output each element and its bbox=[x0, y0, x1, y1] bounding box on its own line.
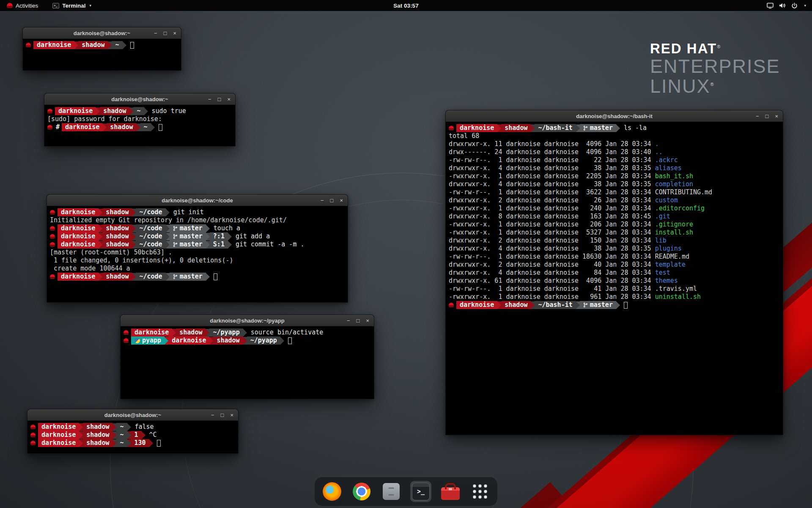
brand-line-enterprise: ENTERPRISE bbox=[650, 57, 780, 77]
terminal-content[interactable]: darknoiseshadow~ bbox=[23, 39, 181, 51]
terminal-window-sudo: darknoise@shadow:~ − □ × darknoiseshadow… bbox=[44, 93, 236, 146]
terminal-content[interactable]: darknoiseshadow~sudo true[sudo] password… bbox=[44, 105, 235, 133]
window-controls: − □ × bbox=[756, 110, 783, 122]
prompt-line: darknoiseshadow~130 bbox=[30, 439, 235, 447]
app-menu-terminal[interactable]: Terminal ▾ bbox=[50, 0, 94, 11]
prompt-segment: darknoise bbox=[58, 232, 99, 240]
segment-separator bbox=[228, 233, 232, 240]
redhat-icon bbox=[47, 109, 52, 113]
close-button[interactable]: × bbox=[173, 28, 176, 39]
dock-firefox[interactable] bbox=[321, 481, 343, 502]
segment-separator bbox=[166, 225, 170, 232]
maximize-button[interactable]: □ bbox=[765, 110, 769, 122]
output-text: [master (root-commit) 50bcb63] . bbox=[50, 248, 172, 257]
root-prefix: # bbox=[56, 123, 60, 131]
brand-line-linux: LINUX® bbox=[650, 77, 780, 97]
output-text: drwxrwxr-x. 4 darknoise darknoise 84 Jan… bbox=[449, 269, 655, 277]
maximize-button[interactable]: □ bbox=[357, 315, 360, 326]
maximize-button[interactable]: □ bbox=[221, 409, 224, 421]
close-button[interactable]: × bbox=[775, 110, 778, 122]
titlebar[interactable]: darknoise@shadow:~/bash-it − □ × bbox=[446, 110, 783, 122]
titlebar[interactable]: darknoise@shadow:~ − □ × bbox=[23, 28, 181, 39]
segment-separator bbox=[576, 124, 580, 132]
output-text: README.md bbox=[655, 253, 689, 261]
segment-separator bbox=[165, 337, 168, 345]
output-text: -rwxrwxr-x. 1 darknoise darknoise 2205 J… bbox=[449, 172, 655, 180]
dock-app-grid[interactable] bbox=[469, 481, 491, 502]
redhat-icon bbox=[123, 338, 129, 343]
maximize-button[interactable]: □ bbox=[218, 94, 221, 105]
maximize-button[interactable]: □ bbox=[330, 195, 334, 206]
chevron-down-icon: ▾ bbox=[90, 3, 92, 8]
prompt-segment: shadow bbox=[83, 439, 112, 447]
prompt-line: darknoiseshadow~1^C bbox=[30, 431, 235, 439]
prompt-segment: darknoise bbox=[131, 329, 172, 337]
dock-files[interactable] bbox=[381, 481, 402, 502]
prompt-segment: ~ bbox=[116, 439, 127, 447]
segment-separator bbox=[127, 423, 131, 431]
maximize-button[interactable]: □ bbox=[164, 28, 167, 39]
minimize-button[interactable]: − bbox=[154, 28, 157, 39]
dock-toolbox[interactable] bbox=[440, 481, 461, 502]
output-text: drwxrwxr-x. 11 darknoise darknoise 4096 … bbox=[449, 140, 655, 148]
close-button[interactable]: × bbox=[230, 409, 233, 421]
output-line: total 68 bbox=[449, 132, 780, 140]
minimize-button[interactable]: − bbox=[211, 409, 214, 421]
activities-button[interactable]: Activities bbox=[4, 0, 41, 11]
dock-chrome[interactable] bbox=[351, 481, 372, 502]
window-controls: − □ × bbox=[208, 94, 235, 105]
segment-separator bbox=[209, 337, 213, 345]
output-text: .travis.yml bbox=[655, 285, 697, 293]
terminal-content[interactable]: darknoiseshadow~/bash-itmasterls -latota… bbox=[446, 122, 783, 311]
output-line: -rwxrwxr-x. 1 darknoise darknoise 206 Ja… bbox=[449, 221, 780, 229]
terminal-content[interactable]: darknoiseshadow~/codegit initInitialized… bbox=[47, 206, 348, 283]
prompt-segment: 1 bbox=[131, 431, 142, 439]
redhat-logo-icon bbox=[7, 3, 13, 8]
terminal-window-home-2: darknoise@shadow:~ − □ × darknoiseshadow… bbox=[27, 409, 239, 454]
prompt-segment: darknoise bbox=[58, 208, 99, 216]
dock: >_ bbox=[315, 477, 497, 506]
prompt-line: darknoiseshadow~/codemaster bbox=[50, 273, 345, 281]
terminal-content[interactable]: darknoiseshadow~falsedarknoiseshadow~1^C… bbox=[27, 421, 238, 449]
redhat-icon bbox=[123, 330, 129, 335]
minimize-button[interactable]: − bbox=[756, 110, 759, 122]
output-text: uninstall.sh bbox=[655, 293, 701, 301]
minimize-button[interactable]: − bbox=[321, 195, 324, 206]
output-text: -rw-rw-r--. 1 darknoise darknoise 22 Jan… bbox=[449, 156, 655, 164]
dock-terminal[interactable]: >_ bbox=[410, 481, 431, 502]
titlebar[interactable]: darknoise@shadow:~ − □ × bbox=[44, 94, 235, 105]
output-line: drwxrwxr-x. 4 darknoise darknoise 84 Jan… bbox=[449, 269, 780, 277]
output-text: drwxrwxr-x. 2 darknoise darknoise 26 Jan… bbox=[449, 196, 655, 204]
prompt-segment: darknoise bbox=[62, 123, 103, 131]
output-line: drwxrwxr-x. 11 darknoise darknoise 4096 … bbox=[449, 140, 780, 148]
output-line: create mode 100644 a bbox=[50, 265, 345, 273]
clock[interactable]: Sat 03:57 bbox=[393, 3, 418, 9]
chrome-icon bbox=[353, 483, 370, 500]
segment-separator bbox=[280, 337, 284, 345]
close-button[interactable]: × bbox=[340, 195, 343, 206]
minimize-button[interactable]: − bbox=[347, 315, 350, 326]
redhat-icon bbox=[30, 441, 36, 445]
titlebar[interactable]: darknoise@shadow:~/code − □ × bbox=[47, 195, 348, 206]
prompt-segment: darknoise bbox=[168, 337, 209, 345]
close-button[interactable]: × bbox=[227, 94, 230, 105]
redhat-icon bbox=[50, 274, 55, 279]
minimize-button[interactable]: − bbox=[208, 94, 211, 105]
output-text: custom bbox=[655, 196, 678, 204]
titlebar[interactable]: darknoise@shadow:~/pyapp − □ × bbox=[121, 315, 374, 326]
segment-separator bbox=[497, 124, 501, 132]
prompt-segment: darknoise bbox=[456, 301, 497, 309]
brand-line-redhat: RED HAT® bbox=[650, 41, 780, 57]
output-text: . bbox=[655, 140, 659, 148]
output-text: drwxrwxr-x. 4 darknoise darknoise 38 Jan… bbox=[449, 164, 655, 172]
prompt-line: darknoiseshadow~false bbox=[30, 423, 235, 431]
prompt-segment: darknoise bbox=[38, 439, 79, 447]
prompt-segment: shadow bbox=[213, 337, 243, 345]
prompt-segment: shadow bbox=[102, 232, 132, 240]
terminal-content[interactable]: darknoiseshadow~/pyappsource bin/activat… bbox=[121, 326, 374, 347]
system-status-menu[interactable]: ▾ bbox=[767, 0, 812, 11]
titlebar[interactable]: darknoise@shadow:~ − □ × bbox=[27, 409, 238, 421]
segment-separator bbox=[206, 329, 209, 337]
close-button[interactable]: × bbox=[366, 315, 369, 326]
redhat-icon bbox=[50, 234, 55, 239]
